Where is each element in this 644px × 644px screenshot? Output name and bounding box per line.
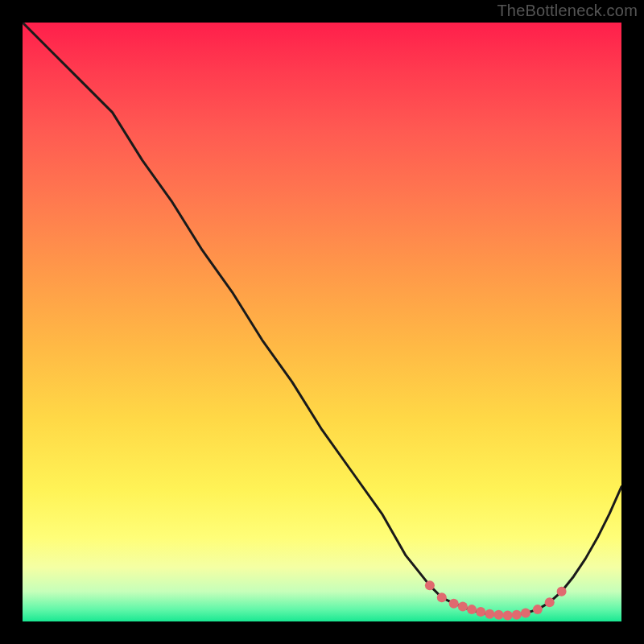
chart-svg (23, 23, 621, 621)
marker-dot (545, 597, 555, 607)
marker-dot (449, 599, 459, 609)
marker-dot (476, 607, 485, 617)
marker-dot (557, 587, 567, 597)
marker-dot (458, 601, 468, 611)
marker-dot (512, 610, 522, 620)
curve-line (23, 23, 621, 616)
plot-area (23, 23, 621, 621)
chart-frame: TheBottleneck.com (0, 0, 644, 644)
marker-dot (485, 609, 494, 619)
marker-dot (503, 611, 513, 621)
watermark-label: TheBottleneck.com (497, 2, 638, 20)
marker-dot (493, 610, 503, 620)
marker-dot (425, 580, 435, 590)
marker-dot (467, 605, 477, 614)
marker-dot (521, 609, 530, 618)
marker-dot (437, 592, 447, 602)
marker-dot (533, 605, 543, 614)
